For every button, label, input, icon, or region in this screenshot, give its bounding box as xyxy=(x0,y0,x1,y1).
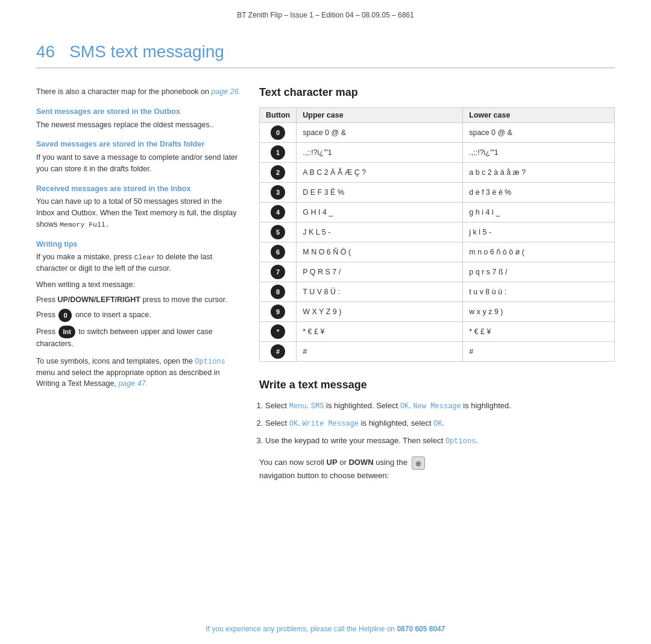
lower-cell: w x y z 9 ) xyxy=(463,302,615,322)
scroll-down: DOWN xyxy=(348,458,373,467)
note1-link: page 26. xyxy=(211,87,241,96)
scroll-text: You can now scroll xyxy=(259,458,327,467)
upper-cell: D E F 3 É % xyxy=(297,183,463,203)
button-cell: 2 xyxy=(260,163,297,183)
lower-cell: t u v 8 ù ü : xyxy=(463,282,615,302)
lower-cell: g h i 4 ì _ xyxy=(463,203,615,223)
lower-cell: m n o 6 ñ ò ö ø ( xyxy=(463,242,615,262)
lower-cell: d e f 3 è é % xyxy=(463,183,615,203)
lower-cell: a b c 2 à ä å æ ? xyxy=(463,163,615,183)
badge-int: Int xyxy=(58,326,75,338)
button-cell: 0 xyxy=(260,123,297,143)
table-row: 4G H I 4 _g h i 4 ì _ xyxy=(260,203,615,223)
upper-cell: G H I 4 _ xyxy=(297,203,463,223)
char-map-table: Button Upper case Lower case 0space 0 @ … xyxy=(259,107,615,362)
section4-body3: When writing a text message: xyxy=(36,279,241,291)
scroll-end: using the xyxy=(374,458,407,467)
button-cell: 6 xyxy=(260,242,297,262)
col-lower: Lower case xyxy=(463,108,615,123)
table-row: ### xyxy=(260,342,615,362)
section2-heading: Saved messages are stored in the Drafts … xyxy=(36,139,241,150)
list-item: Use the keypad to write your message. Th… xyxy=(265,435,615,447)
press-int-pre: Press xyxy=(36,327,57,336)
table-row: 1.,;:!?i¿'"1.,;:!?i¿'"1 xyxy=(260,143,615,163)
symbols-line: To use symbols, icons and templates, ope… xyxy=(36,356,241,390)
button-cell: 1 xyxy=(260,143,297,163)
table-row: 5J K L 5 -j k l 5 - xyxy=(260,223,615,242)
press-0-line: Press 0 once to insert a space. xyxy=(36,309,241,322)
write-section: Write a text message Select Menu. SMS is… xyxy=(259,379,615,482)
char-map-title: Text character map xyxy=(259,86,615,99)
section1-heading: Sent messages are stored in the Outbox xyxy=(36,106,241,118)
page-header: BT Zenith Flip – Issue 1 – Edition 04 – … xyxy=(0,0,651,25)
section3-heading: Received messages are stored in the Inbo… xyxy=(36,183,241,195)
list-item: Select OK. Write Message is highlighted,… xyxy=(265,417,615,430)
upper-cell: W X Y Z 9 ) xyxy=(297,302,463,322)
upper-cell: space 0 @ & xyxy=(297,123,463,143)
badge-0: 0 xyxy=(58,309,72,322)
section4-body1: If you make a mistake, press Clear to de… xyxy=(36,251,241,274)
press-0-pre: Press xyxy=(36,311,57,320)
lower-cell: # xyxy=(463,342,615,362)
chapter-title: SMS text messaging xyxy=(69,42,224,62)
lower-cell: p q r s 7 ß / xyxy=(463,262,615,282)
table-row: 2A B C 2 Ä Å Æ Ç ?a b c 2 à ä å æ ? xyxy=(260,163,615,183)
press-up-down: Press UP/DOWN/LEFT/RIGHT press to move t… xyxy=(36,294,241,306)
note1: There is also a character map for the ph… xyxy=(36,86,241,98)
left-column: There is also a character map for the ph… xyxy=(36,86,241,482)
nav-icon: ⊕ xyxy=(412,456,425,470)
table-row: ** € £ ¥* € £ ¥ xyxy=(260,322,615,342)
right-column: Text character map Button Upper case Low… xyxy=(259,86,615,482)
table-row: 6M N O 6 Ñ Ö (m n o 6 ñ ò ö ø ( xyxy=(260,242,615,262)
upper-cell: J K L 5 - xyxy=(297,223,463,242)
button-cell: 8 xyxy=(260,282,297,302)
footer-text: If you experience any problems, please c… xyxy=(206,625,397,633)
press-0-post: once to insert a space. xyxy=(73,311,151,320)
lower-cell: j k l 5 - xyxy=(463,223,615,242)
scroll-end2: navigation button to choose between: xyxy=(259,471,389,480)
page-footer: If you experience any problems, please c… xyxy=(0,625,651,633)
table-row: 9W X Y Z 9 )w x y z 9 ) xyxy=(260,302,615,322)
upper-cell: .,;:!?i¿'"1 xyxy=(297,143,463,163)
col-upper: Upper case xyxy=(297,108,463,123)
chapter-heading: 46 SMS text messaging xyxy=(36,25,615,68)
upper-cell: T U V 8 Ü : xyxy=(297,282,463,302)
list-item: Select Menu. SMS is highlighted. Select … xyxy=(265,400,615,412)
scroll-para: You can now scroll UP or DOWN using the … xyxy=(259,456,615,482)
button-cell: # xyxy=(260,342,297,362)
button-cell: 7 xyxy=(260,262,297,282)
button-cell: 3 xyxy=(260,183,297,203)
section3-body: You can have up to a total of 50 message… xyxy=(36,196,241,230)
lower-cell: space 0 @ & xyxy=(463,123,615,143)
chapter-number: 46 xyxy=(36,42,55,62)
button-cell: 4 xyxy=(260,203,297,223)
col-button: Button xyxy=(260,108,297,123)
table-row: 7P Q R S 7 /p q r s 7 ß / xyxy=(260,262,615,282)
section4-mono1: Clear xyxy=(134,253,156,261)
page-content: 46 SMS text messaging There is also a ch… xyxy=(0,25,651,482)
section3-mono: Memory Full. xyxy=(60,221,110,229)
scroll-up: UP xyxy=(327,458,338,467)
upper-cell: A B C 2 Ä Å Æ Ç ? xyxy=(297,163,463,183)
footer-bold: 0870 605 8047 xyxy=(397,625,445,633)
section4-text1: If you make a mistake, press xyxy=(36,253,134,261)
section4-heading: Writing tips xyxy=(36,239,241,250)
note1-text: There is also a character map for the ph… xyxy=(36,87,211,96)
two-col-layout: There is also a character map for the ph… xyxy=(36,86,615,482)
lower-cell: .,;:!?i¿'"1 xyxy=(463,143,615,163)
options-mono: Options xyxy=(195,358,225,366)
upper-cell: M N O 6 Ñ Ö ( xyxy=(297,242,463,262)
scroll-or: or xyxy=(338,458,349,467)
header-text: BT Zenith Flip – Issue 1 – Edition 04 – … xyxy=(237,11,414,19)
section2-body: If you want to save a message to complet… xyxy=(36,152,241,175)
section1-body: The newest messages replace the oldest m… xyxy=(36,119,241,131)
symbols-link: page 47. xyxy=(118,379,148,388)
button-cell: * xyxy=(260,322,297,342)
lower-cell: * € £ ¥ xyxy=(463,322,615,342)
upper-cell: * € £ ¥ xyxy=(297,322,463,342)
symbols-text1: To use symbols, icons and templates, ope… xyxy=(36,357,195,365)
table-row: 0space 0 @ &space 0 @ & xyxy=(260,123,615,143)
button-cell: 9 xyxy=(260,302,297,322)
upper-cell: # xyxy=(297,342,463,362)
button-cell: 5 xyxy=(260,223,297,242)
